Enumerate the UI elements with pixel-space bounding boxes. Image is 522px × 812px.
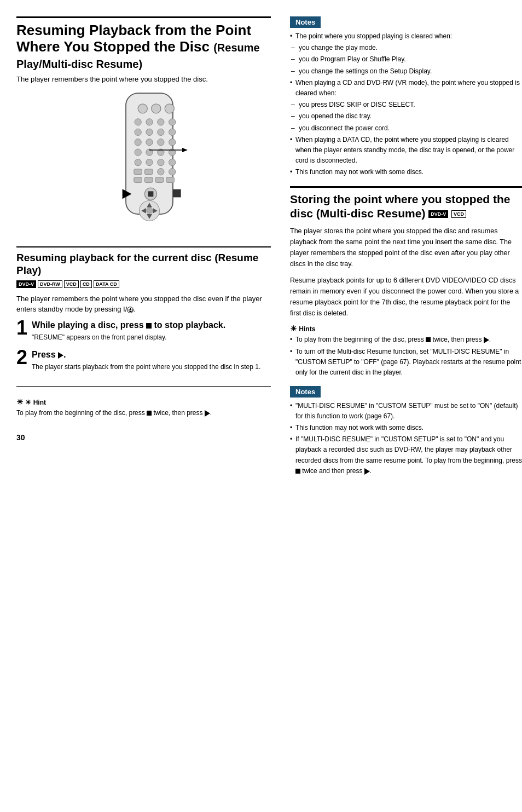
- notes1-section: Notes The point where you stopped playin…: [290, 16, 522, 177]
- svg-rect-30: [155, 177, 164, 183]
- badge-vcd2: VCD: [451, 210, 466, 218]
- note-item: you disconnect the power cord.: [290, 123, 522, 134]
- play-icon3: [484, 337, 489, 343]
- svg-point-41: [146, 208, 152, 214]
- hint-item: To turn off the Multi-disc Resume functi…: [290, 347, 522, 378]
- svg-point-22: [157, 159, 164, 166]
- note-item: "MULTI-DISC RESUME" in "CUSTOM SETUP" mu…: [290, 401, 522, 422]
- note-item: When playing a DATA CD, the point where …: [290, 135, 522, 166]
- stop-icon4: [295, 469, 300, 474]
- svg-rect-34: [148, 191, 153, 197]
- note-item: you change the settings on the Setup Dis…: [290, 66, 522, 77]
- badge-dvd-rw: DVD-RW: [38, 280, 62, 288]
- stop-icon: [146, 323, 152, 329]
- play-icon4: [364, 468, 370, 475]
- step1-title: While playing a disc, press to stop play…: [32, 320, 225, 330]
- section3-body1: The player stores the point where you st…: [290, 226, 522, 269]
- main-title-block: Resuming Playback from the Point Where Y…: [16, 16, 271, 74]
- page: Resuming Playback from the Point Where Y…: [0, 0, 522, 812]
- svg-point-5: [146, 119, 152, 125]
- badge-dvd-v2: DVD-V: [428, 210, 448, 218]
- svg-point-6: [157, 119, 164, 125]
- main-title: Resuming Playback from the Point Where Y…: [16, 16, 271, 72]
- divider1: [16, 386, 271, 387]
- page-number-row: 30: [16, 433, 271, 442]
- svg-point-4: [135, 119, 141, 125]
- notes2-list: "MULTI-DISC RESUME" in "CUSTOM SETUP" mu…: [290, 401, 522, 476]
- svg-point-9: [146, 129, 152, 135]
- svg-point-23: [169, 159, 175, 166]
- svg-point-11: [169, 129, 175, 135]
- svg-rect-29: [144, 177, 153, 183]
- hints2-label: ☀ Hints: [290, 324, 522, 333]
- svg-point-12: [135, 139, 141, 146]
- badge-data-cd: DATA CD: [94, 280, 119, 288]
- remote-svg: [97, 90, 201, 238]
- step2-number: 2: [16, 350, 27, 367]
- note-item: This function may not work with some dis…: [290, 167, 522, 177]
- step2-desc: The player starts playback from the poin…: [16, 362, 271, 372]
- svg-rect-25: [144, 169, 153, 175]
- hint-item: To play from the beginning of the disc, …: [290, 335, 522, 345]
- section2-title: Resuming playback for the current disc (…: [16, 246, 271, 277]
- remote-illustration: [16, 90, 271, 238]
- step2-title: Press .: [32, 350, 66, 359]
- right-column: Notes The point where you stopped playin…: [285, 16, 522, 796]
- hint-label: ☀ ☀ Hint: [16, 398, 271, 406]
- hint-block: ☀ ☀ Hint To play from the beginning of t…: [16, 398, 271, 418]
- left-column: Resuming Playback from the Point Where Y…: [16, 16, 285, 796]
- note-item: When playing a CD and DVD-RW (VR mode), …: [290, 78, 522, 99]
- arrow-indicator: [147, 145, 190, 156]
- stop-icon3: [426, 337, 431, 342]
- step2-block: 2 Press . The player starts playback fro…: [16, 350, 271, 372]
- note-item: If "MULTI-DISC RESUME" in "CUSTOM SETUP"…: [290, 434, 522, 476]
- step1-number: 1: [16, 320, 27, 338]
- play-icon: [58, 352, 63, 359]
- hints2-section: ☀ Hints To play from the beginning of th…: [290, 324, 522, 378]
- svg-point-20: [135, 159, 141, 166]
- play-icon2: [205, 410, 210, 417]
- svg-point-2: [151, 104, 160, 113]
- hints2-list: To play from the beginning of the disc, …: [290, 335, 522, 378]
- step1-desc: "RESUME" appears on the front panel disp…: [16, 332, 271, 342]
- svg-point-7: [169, 119, 175, 125]
- svg-point-3: [165, 104, 174, 113]
- intro-text: The player remembers the point where you…: [16, 74, 271, 85]
- badge-cd: CD: [80, 280, 92, 288]
- svg-point-27: [169, 169, 175, 175]
- hint-text: To play from the beginning of the disc, …: [16, 408, 271, 418]
- notes2-label: Notes: [290, 386, 321, 398]
- note-item: The point where you stopped playing is c…: [290, 31, 522, 42]
- svg-rect-35: [172, 189, 181, 198]
- notes1-label: Notes: [290, 16, 321, 28]
- note-item: you press DISC SKIP or DISC SELECT.: [290, 100, 522, 110]
- svg-rect-28: [134, 177, 142, 183]
- svg-rect-24: [134, 169, 142, 175]
- page-number: 30: [16, 433, 25, 442]
- stop-icon2: [147, 411, 152, 416]
- section2-badges: DVD-V DVD-RW VCD CD DATA CD: [16, 280, 271, 288]
- svg-rect-31: [166, 177, 174, 183]
- notes2-section: Notes "MULTI-DISC RESUME" in "CUSTOM SET…: [290, 386, 522, 476]
- section3-title: Storing the point where you stopped the …: [290, 186, 522, 220]
- section3-body2: Resume playback points for up to 6 diffe…: [290, 275, 522, 319]
- notes1-list: The point where you stopped playing is c…: [290, 31, 522, 177]
- svg-point-10: [157, 129, 164, 135]
- svg-point-21: [146, 159, 152, 166]
- svg-point-1: [138, 104, 147, 113]
- svg-point-16: [135, 149, 141, 156]
- svg-marker-43: [182, 148, 188, 152]
- note-item: you opened the disc tray.: [290, 111, 522, 122]
- section2-body: The player remembers the point where you…: [16, 293, 271, 315]
- step1-block: 1 While playing a disc, press to stop pl…: [16, 320, 271, 342]
- badge-vcd: VCD: [64, 280, 79, 288]
- badge-dvd-v: DVD-V: [16, 280, 36, 288]
- svg-point-26: [157, 169, 164, 175]
- note-item: you do Program Play or Shuffle Play.: [290, 54, 522, 65]
- svg-point-8: [135, 129, 141, 135]
- note-item: you change the play mode.: [290, 43, 522, 53]
- note-item: This function may not work with some dis…: [290, 423, 522, 433]
